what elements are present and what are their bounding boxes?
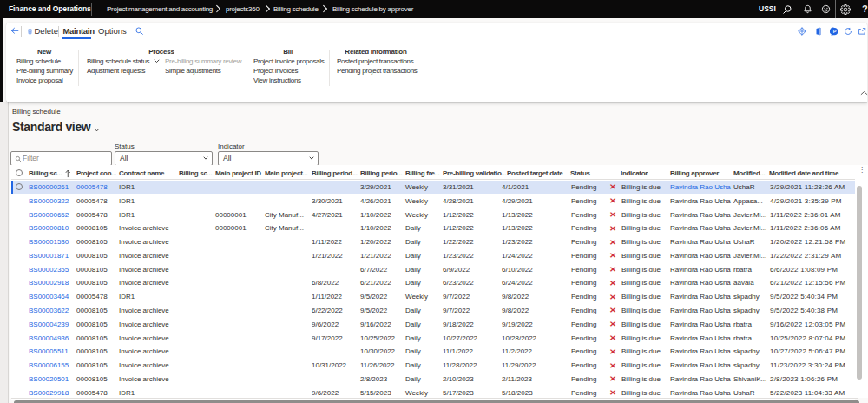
svg-text:P: P bbox=[833, 29, 837, 34]
